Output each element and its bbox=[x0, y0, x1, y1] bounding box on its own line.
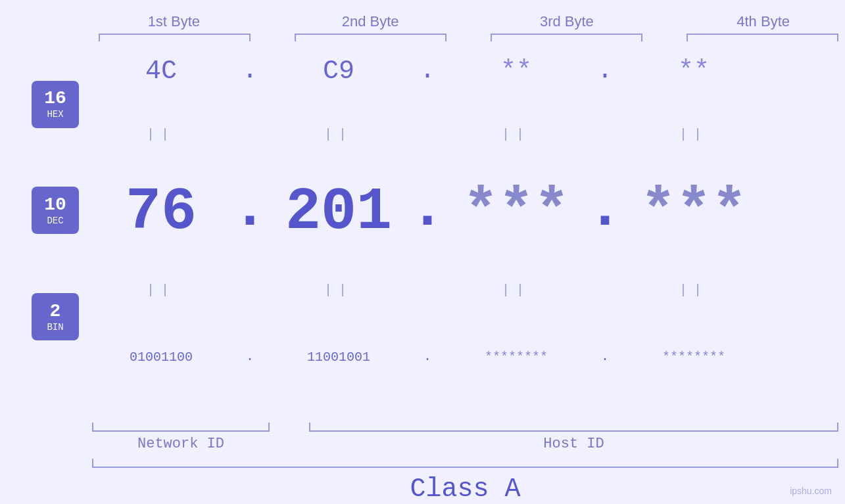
label-gap bbox=[270, 436, 309, 452]
bin-row: 01001100 . 11001001 . ******** . *******… bbox=[92, 331, 845, 383]
eq1-b2: || bbox=[270, 127, 408, 142]
byte1-header: 1st Byte bbox=[92, 13, 256, 30]
id-bracket-row bbox=[92, 423, 838, 432]
dec-row: 76 . 201 . *** . *** bbox=[92, 175, 845, 250]
hex-badge-label: HEX bbox=[47, 109, 63, 120]
bracket-1 bbox=[92, 34, 257, 41]
hex-b1: 4C bbox=[92, 57, 230, 86]
bracket-line-1 bbox=[99, 34, 251, 41]
eq1-b1: || bbox=[92, 127, 230, 142]
hex-b3: ** bbox=[447, 57, 585, 86]
top-bracket-row bbox=[0, 34, 845, 41]
dec-badge: 10 DEC bbox=[32, 187, 79, 234]
eq2-b4: || bbox=[625, 283, 763, 298]
byte3-header: 3rd Byte bbox=[485, 13, 649, 30]
hex-dot1: . bbox=[230, 66, 270, 76]
eq2-b3: || bbox=[447, 283, 585, 298]
bracket-line-4 bbox=[687, 34, 838, 41]
host-id-label: Host ID bbox=[309, 436, 838, 452]
bin-dot2: . bbox=[408, 355, 447, 359]
host-bracket bbox=[309, 423, 838, 432]
bin-dot3: . bbox=[585, 355, 625, 359]
hex-badge-number: 16 bbox=[44, 89, 66, 109]
bin-b4: ******** bbox=[625, 350, 763, 365]
bracket-line-3 bbox=[491, 34, 642, 41]
bin-badge: 2 BIN bbox=[32, 293, 79, 340]
bin-b1: 01001100 bbox=[92, 350, 230, 365]
bin-b3: ******** bbox=[447, 350, 585, 365]
eq2-b2: || bbox=[270, 283, 408, 298]
byte4-header: 4th Byte bbox=[681, 13, 845, 30]
dec-badge-number: 10 bbox=[44, 195, 66, 216]
byte-headers-row: 1st Byte 2nd Byte 3rd Byte 4th Byte bbox=[0, 13, 845, 30]
dec-b4: *** bbox=[625, 183, 763, 242]
bracket-line-2 bbox=[295, 34, 447, 41]
hex-dot3: . bbox=[585, 66, 625, 76]
bracket-gap bbox=[270, 423, 309, 432]
watermark: ipshu.com bbox=[790, 486, 832, 496]
bracket-4 bbox=[680, 34, 845, 41]
dec-b3: *** bbox=[447, 183, 585, 242]
hex-b4: ** bbox=[625, 57, 763, 86]
dec-b1: 76 bbox=[92, 183, 230, 242]
id-labels-row: Network ID Host ID bbox=[92, 436, 838, 452]
bottom-section: Network ID Host ID Class A bbox=[0, 423, 845, 504]
bracket-3 bbox=[484, 34, 649, 41]
network-id-label: Network ID bbox=[92, 436, 270, 452]
equals-row-1: || || || || bbox=[92, 125, 845, 143]
bracket-2 bbox=[288, 34, 453, 41]
hex-dot2: . bbox=[408, 66, 447, 76]
dec-dot2: . bbox=[408, 179, 447, 245]
dec-badge-label: DEC bbox=[47, 216, 63, 226]
hex-row: 4C . C9 . ** . ** bbox=[92, 48, 845, 94]
eq1-b4: || bbox=[625, 127, 763, 142]
badges-column: 16 HEX 10 DEC 2 BIN bbox=[0, 41, 92, 423]
network-bracket bbox=[92, 423, 270, 432]
dec-dot1: . bbox=[230, 179, 270, 245]
byte2-header: 2nd Byte bbox=[289, 13, 452, 30]
eq2-b1: || bbox=[92, 283, 230, 298]
class-label: Class A bbox=[92, 474, 838, 504]
bin-badge-number: 2 bbox=[50, 302, 61, 322]
bin-dot1: . bbox=[230, 355, 270, 359]
hex-badge: 16 HEX bbox=[32, 81, 79, 128]
content-area: 16 HEX 10 DEC 2 BIN 4C . C9 . ** . ** bbox=[0, 41, 845, 423]
bin-badge-label: BIN bbox=[47, 322, 63, 332]
dec-b2: 201 bbox=[270, 183, 408, 242]
bin-b2: 11001001 bbox=[270, 350, 408, 365]
equals-row-2: || || || || bbox=[92, 281, 845, 300]
eq1-b3: || bbox=[447, 127, 585, 142]
outer-bracket bbox=[92, 459, 838, 468]
main-container: 1st Byte 2nd Byte 3rd Byte 4th Byte 16 H… bbox=[0, 0, 845, 504]
hex-b2: C9 bbox=[270, 57, 408, 86]
dec-dot3: . bbox=[585, 179, 625, 245]
data-rows: 4C . C9 . ** . ** || || || || 76 bbox=[92, 41, 845, 423]
